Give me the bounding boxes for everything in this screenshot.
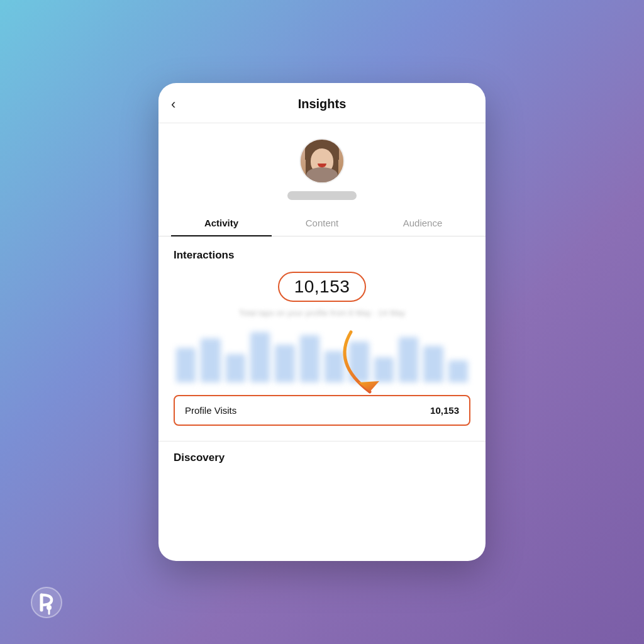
interactions-chart [174, 332, 470, 382]
svg-marker-0 [358, 381, 379, 392]
chart-bar [250, 332, 270, 382]
username-placeholder [287, 191, 357, 200]
interactions-title: Interactions [174, 249, 470, 262]
header: ‹ Insights [158, 83, 486, 123]
discovery-title: Discovery [174, 452, 470, 464]
interactions-description: Total taps on your profile from 8 May - … [174, 307, 470, 319]
tabs-bar: Activity Content Audience [158, 210, 486, 236]
visits-wrapper: Profile Visits 10,153 [174, 395, 470, 426]
chart-bar [448, 360, 468, 382]
tab-audience[interactable]: Audience [372, 210, 473, 236]
interactions-count: 10,153 [294, 277, 350, 296]
profile-visits-label: Profile Visits [185, 405, 236, 416]
chart-bar [349, 341, 369, 382]
chart-bar [325, 351, 344, 382]
tab-content[interactable]: Content [272, 210, 372, 236]
logo-area [30, 586, 63, 621]
insights-card: ‹ Insights Activity Content Audience Int… [158, 83, 486, 561]
chart-bar [275, 345, 294, 382]
brand-logo-icon [30, 586, 63, 619]
page-title: Insights [298, 97, 347, 111]
interactions-oval: 10,153 [278, 272, 367, 302]
tab-activity[interactable]: Activity [171, 210, 272, 236]
avatar [299, 138, 345, 184]
chart-bar [176, 348, 196, 382]
interactions-section: Interactions 10,153 Total taps on your p… [158, 236, 486, 441]
profile-visits-value: 10,153 [430, 405, 459, 416]
discovery-section: Discovery [158, 441, 486, 479]
chart-bar [300, 335, 319, 382]
back-button[interactable]: ‹ [171, 96, 175, 113]
chart-bar [399, 337, 418, 382]
chart-bar [226, 354, 245, 382]
profile-section [158, 123, 486, 210]
svg-point-1 [31, 587, 62, 618]
chart-bar [423, 346, 443, 382]
chart-bar [374, 357, 394, 382]
profile-visits-row[interactable]: Profile Visits 10,153 [174, 395, 470, 426]
interactions-count-wrapper: 10,153 [174, 272, 470, 302]
chart-bar [201, 338, 220, 382]
